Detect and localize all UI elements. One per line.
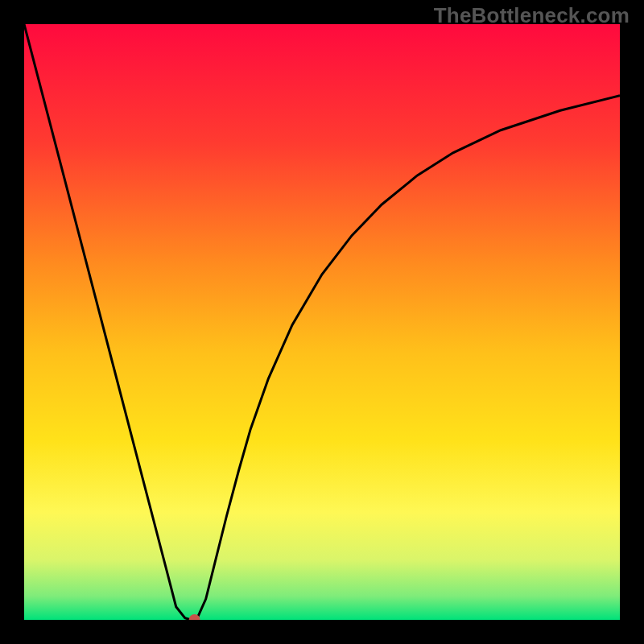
gradient-background xyxy=(24,24,620,620)
chart-svg xyxy=(24,24,620,620)
plot-area xyxy=(24,24,620,620)
chart-container: TheBottleneck.com xyxy=(0,0,644,644)
watermark-text: TheBottleneck.com xyxy=(434,3,630,28)
